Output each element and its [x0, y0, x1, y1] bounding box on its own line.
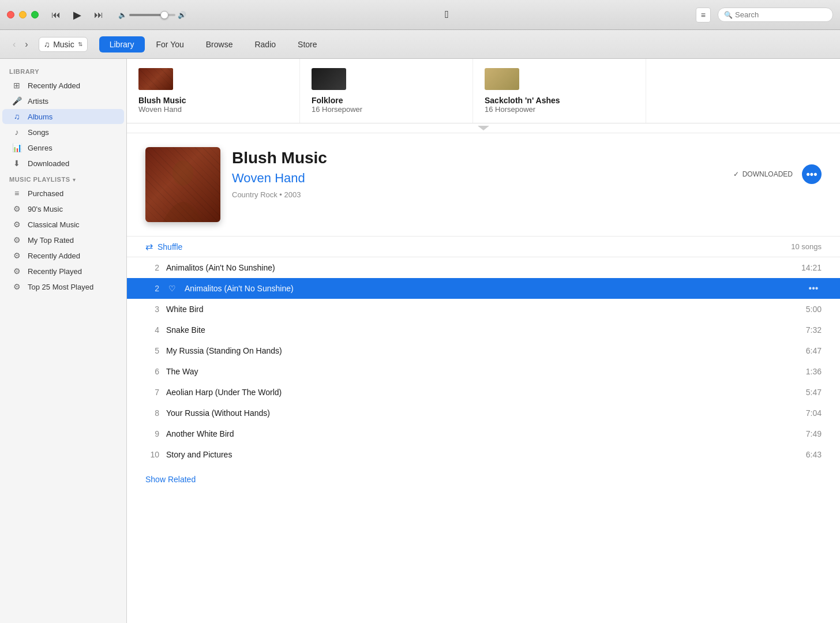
tab-for-you[interactable]: For You — [146, 36, 194, 52]
volume-low-icon: 🔈 — [118, 11, 127, 19]
track-row[interactable]: 4 Snake Bite 7:32 — [127, 320, 840, 340]
nav-tabs: Library For You Browse Radio Store — [99, 36, 328, 52]
sidebar-item-top-25[interactable]: ⚙ Top 25 Most Played — [2, 279, 124, 294]
library-section-label: Library — [0, 66, 126, 77]
volume-control[interactable]: 🔈 🔊 — [118, 11, 186, 19]
album-title: Blush Music — [232, 149, 722, 167]
sidebar: Library ⊞ Recently Added 🎤 Artists ♫ Alb… — [0, 59, 127, 623]
play-button[interactable]: ▶ — [69, 6, 86, 24]
track-duration: 6:43 — [806, 450, 822, 459]
show-related-section: Show Related — [127, 465, 840, 494]
sidebar-item-label: Top 25 Most Played — [28, 283, 93, 291]
track-number: 4 — [145, 325, 159, 335]
sidebar-item-genres[interactable]: 📊 Genres — [2, 140, 124, 155]
sidebar-item-recently-added-pl[interactable]: ⚙ Recently Added — [2, 248, 124, 263]
album-thumb-sackcloth — [485, 68, 519, 90]
rewind-button[interactable]: ⏮ — [48, 7, 64, 22]
track-row[interactable]: 5 My Russia (Standing On Hands) 6:47 — [127, 340, 840, 361]
more-options-button[interactable]: ••• — [802, 164, 822, 184]
artists-icon: 🎤 — [12, 96, 22, 106]
svg-point-0 — [172, 160, 193, 186]
forward-button[interactable]: ⏭ — [91, 7, 107, 22]
tab-store[interactable]: Store — [287, 36, 327, 52]
playlists-header[interactable]: Music Playlists ▾ — [0, 171, 126, 185]
track-row[interactable]: 9 Another White Bird 7:49 — [127, 423, 840, 444]
tab-radio[interactable]: Radio — [244, 36, 286, 52]
playlists-section-label: Music Playlists — [9, 176, 70, 183]
sidebar-item-downloaded[interactable]: ⬇ Downloaded — [2, 156, 124, 171]
show-related-button[interactable]: Show Related — [145, 475, 196, 484]
volume-thumb[interactable] — [160, 11, 168, 19]
track-number: 9 — [145, 429, 159, 438]
downloaded-icon: ⬇ — [12, 159, 22, 168]
tab-library[interactable]: Library — [99, 36, 145, 52]
nav-arrows: ‹ › — [9, 38, 32, 51]
sidebar-item-label: 90's Music — [28, 205, 63, 213]
sidebar-item-label: Albums — [28, 112, 52, 121]
track-number: 2 — [145, 263, 159, 272]
track-title: Story and Pictures — [166, 450, 799, 459]
heart-icon[interactable]: ♡ — [166, 284, 178, 293]
music-selector[interactable]: ♫ Music ⇅ — [39, 37, 88, 52]
sidebar-item-label: Downloaded — [28, 159, 69, 168]
track-duration: 7:32 — [806, 325, 822, 335]
track-number: 10 — [145, 450, 159, 459]
sidebar-item-90s-music[interactable]: ⚙ 90's Music — [2, 201, 124, 216]
apple-logo:  — [198, 9, 696, 21]
playback-controls: ⏮ ▶ ⏭ — [48, 6, 107, 24]
album-strip-item-sackcloth[interactable]: Sackcloth 'n' Ashes 16 Horsepower — [473, 59, 646, 123]
album-thumb-folklore — [312, 68, 346, 90]
search-input[interactable] — [735, 10, 827, 19]
minimize-button[interactable] — [19, 11, 27, 18]
sidebar-item-classical[interactable]: ⚙ Classical Music — [2, 217, 124, 232]
track-title: White Bird — [166, 305, 799, 314]
volume-track[interactable] — [129, 14, 175, 16]
track-number: 2 — [145, 284, 159, 293]
sidebar-item-artists[interactable]: 🎤 Artists — [2, 93, 124, 108]
sidebar-item-label: Classical Music — [28, 220, 80, 229]
down-chevron-icon — [478, 126, 489, 130]
song-count: 10 songs — [791, 242, 822, 251]
maximize-button[interactable] — [31, 11, 39, 18]
sidebar-item-label: Recently Added — [28, 252, 80, 260]
downloaded-badge: ✓ DOWNLOADED — [733, 170, 793, 178]
shuffle-button[interactable]: ⇄ Shuffle — [145, 241, 182, 252]
sidebar-item-recently-played[interactable]: ⚙ Recently Played — [2, 264, 124, 279]
forward-nav-button[interactable]: › — [21, 38, 31, 51]
sidebar-item-top-rated[interactable]: ⚙ My Top Rated — [2, 232, 124, 247]
sidebar-item-label: Songs — [28, 128, 49, 137]
top-rated-icon: ⚙ — [12, 235, 22, 245]
track-row[interactable]: 2 ♡ Animalitos (Ain't No Sunshine) ••• — [127, 278, 840, 299]
track-row[interactable]: 2 Animalitos (Ain't No Sunshine) 14:21 — [127, 257, 840, 278]
album-strip-item-blush[interactable]: Blush Music Woven Hand — [127, 59, 300, 123]
shuffle-icon: ⇄ — [145, 241, 153, 252]
sidebar-item-albums[interactable]: ♫ Albums — [2, 109, 124, 124]
album-strip-item-folklore[interactable]: Folklore 16 Horsepower — [300, 59, 473, 123]
list-view-button[interactable]: ≡ — [696, 7, 711, 22]
album-artist-link[interactable]: Woven Hand — [232, 171, 722, 186]
back-button[interactable]: ‹ — [9, 38, 19, 51]
sidebar-item-label: Genres — [28, 144, 52, 152]
sidebar-item-songs[interactable]: ♪ Songs — [2, 125, 124, 140]
volume-fill — [129, 14, 162, 16]
search-bar[interactable]: 🔍 — [718, 7, 833, 22]
volume-high-icon: 🔊 — [178, 11, 186, 19]
track-row[interactable]: 10 Story and Pictures 6:43 — [127, 444, 840, 465]
track-number: 6 — [145, 367, 159, 376]
sidebar-item-recently-added[interactable]: ⊞ Recently Added — [2, 78, 124, 93]
track-row[interactable]: 7 Aeolian Harp (Under The World) 5:47 — [127, 382, 840, 403]
track-title: Animalitos (Ain't No Sunshine) — [185, 284, 798, 293]
content-area: Blush Music Woven Hand Folklore 16 Horse… — [127, 59, 840, 623]
scroll-indicator — [127, 123, 840, 133]
track-row[interactable]: 8 Your Russia (Without Hands) 7:04 — [127, 403, 840, 423]
tab-browse[interactable]: Browse — [196, 36, 243, 52]
close-button[interactable] — [7, 11, 14, 18]
recently-played-icon: ⚙ — [12, 267, 22, 276]
track-row[interactable]: 6 The Way 1:36 — [127, 361, 840, 382]
music-selector-label: Music — [53, 40, 74, 49]
sidebar-item-purchased[interactable]: ≡ Purchased — [2, 186, 124, 201]
album-strip-title: Folklore — [312, 96, 343, 105]
album-art-figure — [145, 147, 220, 222]
track-row[interactable]: 3 White Bird 5:00 — [127, 299, 840, 320]
track-more-icon[interactable]: ••• — [805, 283, 822, 294]
